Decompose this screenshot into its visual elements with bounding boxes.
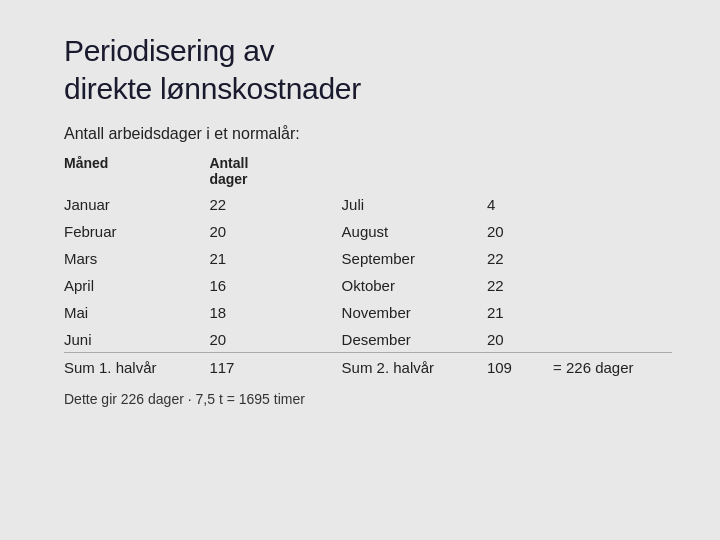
sum2-label: Sum 2. halvår	[342, 353, 487, 382]
sum1-label: Sum 1. halvår	[64, 353, 209, 382]
footer-note: Dette gir 226 dager · 7,5 t = 1695 timer	[64, 391, 672, 407]
days1-cell: 18	[209, 299, 288, 326]
days1-cell: 16	[209, 272, 288, 299]
month2-cell: November	[342, 299, 487, 326]
header-month: Måned	[64, 153, 209, 171]
month2-cell: Oktober	[342, 272, 487, 299]
header-days-line1: Antall	[209, 153, 288, 171]
table-row: Mars 21 September 22	[64, 245, 672, 272]
table-row: Juni 20 Desember 20	[64, 326, 672, 353]
sum-eq: = 226 dager	[553, 353, 672, 382]
days1-cell: 20	[209, 218, 288, 245]
month1-cell: Mai	[64, 299, 209, 326]
month2-cell: Desember	[342, 326, 487, 353]
month1-cell: Juni	[64, 326, 209, 353]
days2-cell: 22	[487, 272, 553, 299]
sum2-value: 109	[487, 353, 553, 382]
days2-cell: 22	[487, 245, 553, 272]
table-row: April 16 Oktober 22	[64, 272, 672, 299]
month1-cell: Februar	[64, 218, 209, 245]
days1-cell: 21	[209, 245, 288, 272]
days1-cell: 20	[209, 326, 288, 353]
header-days-line2: dager	[209, 171, 288, 191]
page: Periodisering av direkte lønnskostnader …	[0, 0, 720, 540]
days2-cell: 20	[487, 218, 553, 245]
month1-cell: Mars	[64, 245, 209, 272]
days2-cell: 4	[487, 191, 553, 218]
month2-cell: August	[342, 218, 487, 245]
page-title: Periodisering av direkte lønnskostnader	[64, 32, 672, 107]
sum1-value: 117	[209, 353, 288, 382]
month2-cell: Juli	[342, 191, 487, 218]
month1-cell: Januar	[64, 191, 209, 218]
table-row: Mai 18 November 21	[64, 299, 672, 326]
days2-cell: 21	[487, 299, 553, 326]
subtitle: Antall arbeidsdager i et normalår:	[64, 125, 672, 143]
month2-cell: September	[342, 245, 487, 272]
table-row: Februar 20 August 20	[64, 218, 672, 245]
table-row: Januar 22 Juli 4	[64, 191, 672, 218]
days1-cell: 22	[209, 191, 288, 218]
days2-cell: 20	[487, 326, 553, 353]
sum-row: Sum 1. halvår 117 Sum 2. halvår 109 = 22…	[64, 353, 672, 382]
month1-cell: April	[64, 272, 209, 299]
work-days-table: Måned Antall dager Januar 22	[64, 153, 672, 381]
